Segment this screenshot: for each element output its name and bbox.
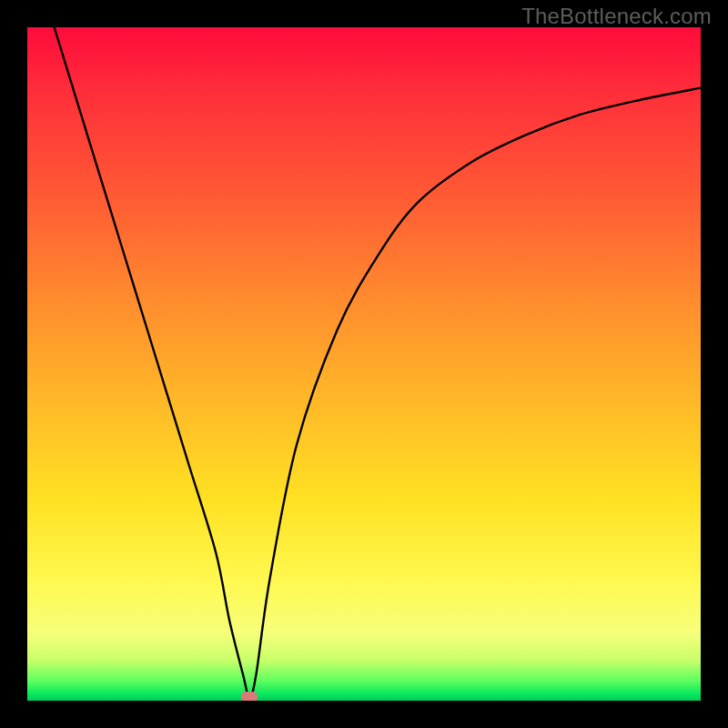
- watermark-text: TheBottleneck.com: [521, 4, 712, 29]
- plot-area: [27, 27, 701, 701]
- bottleneck-curve: [55, 27, 701, 697]
- optimal-point-marker: [241, 692, 258, 701]
- chart-container: TheBottleneck.com: [0, 0, 728, 728]
- curve-svg: [27, 27, 701, 701]
